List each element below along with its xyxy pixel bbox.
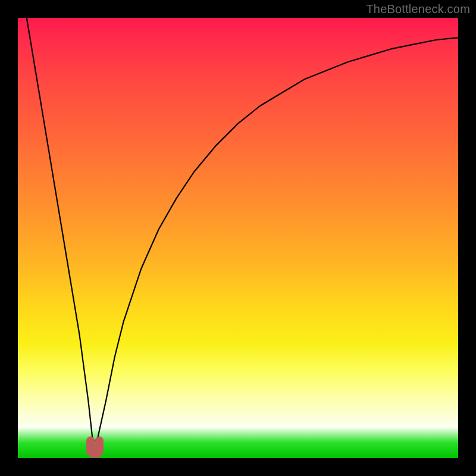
chart-frame: TheBottleneck.com: [0, 0, 476, 476]
plot-area: [18, 18, 458, 458]
optimum-marker-path: [90, 440, 99, 453]
curve-svg: [18, 18, 458, 458]
optimum-marker: [90, 440, 99, 453]
curve-path: [27, 18, 458, 440]
watermark-text: TheBottleneck.com: [366, 2, 470, 16]
bottleneck-curve: [27, 18, 458, 440]
